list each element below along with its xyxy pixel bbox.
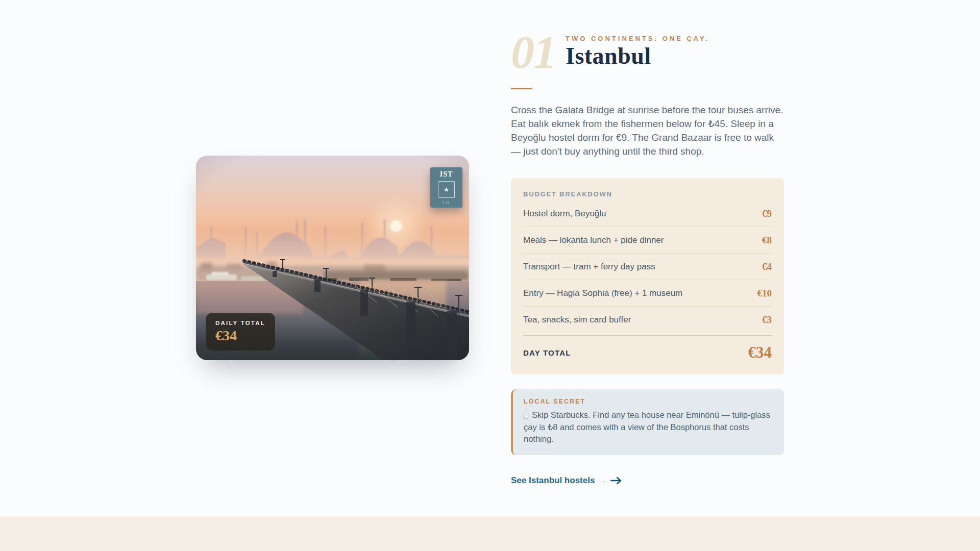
city-title-block: TWO CONTINENTS. ONE ÇAY. Istanbul xyxy=(566,31,709,68)
accent-divider xyxy=(511,88,532,89)
arrow-right-icon xyxy=(610,477,622,485)
see-hostels-link[interactable]: See Istanbul hostels → xyxy=(511,475,622,486)
city-kicker: TWO CONTINENTS. ONE ÇAY. xyxy=(566,35,709,42)
budget-item-price: €9 xyxy=(762,208,772,219)
local-secret-heading: LOCAL SECRET xyxy=(524,398,772,405)
local-secret-callout: LOCAL SECRET Skip Starbucks. Find any te… xyxy=(511,389,784,455)
content-container: IST ★ TR DAILY TOTAL €34 01 xyxy=(196,31,784,486)
stamp-city-code: IST xyxy=(440,170,453,179)
day-total-amount: €34 xyxy=(748,343,772,362)
page: IST ★ TR DAILY TOTAL €34 01 xyxy=(0,0,980,551)
budget-row: Hostel dorm, Beyoğlu €9 xyxy=(523,201,772,227)
daily-total-chip: DAILY TOTAL €34 xyxy=(206,313,275,350)
city-stamp-badge: IST ★ TR xyxy=(430,167,462,208)
budget-row: Tea, snacks, sim card buffer €3 xyxy=(523,307,772,333)
budget-item-price: €10 xyxy=(757,288,772,299)
local-secret-text: Skip Starbucks. Find any tea house near … xyxy=(524,409,772,445)
day-total-label: DAY TOTAL xyxy=(523,348,571,357)
city-description: Cross the Galata Bridge at sunrise befor… xyxy=(511,104,784,159)
budget-list: Hostel dorm, Beyoğlu €9 Meals — lokanta … xyxy=(523,201,772,333)
budget-item-price: €3 xyxy=(762,314,772,325)
see-hostels-link-label: See Istanbul hostels xyxy=(511,475,595,486)
budget-item-label: Tea, snacks, sim card buffer xyxy=(523,315,631,325)
city-photo-figure: IST ★ TR DAILY TOTAL €34 xyxy=(196,156,469,360)
budget-card-heading: BUDGET BREAKDOWN xyxy=(523,190,772,198)
budget-item-label: Hostel dorm, Beyoğlu xyxy=(523,209,606,219)
stamp-country-code: TR xyxy=(442,201,451,205)
missing-glyph-icon xyxy=(524,412,528,418)
daily-total-label: DAILY TOTAL xyxy=(215,320,265,326)
city-info-column: 01 TWO CONTINENTS. ONE ÇAY. Istanbul Cro… xyxy=(511,31,784,486)
budget-breakdown-card: BUDGET BREAKDOWN Hostel dorm, Beyoğlu €9… xyxy=(511,178,784,374)
day-total-row: DAY TOTAL €34 xyxy=(523,335,772,362)
daily-total-amount: €34 xyxy=(215,328,265,344)
budget-item-label: Entry — Hagia Sophia (free) + 1 museum xyxy=(523,288,682,298)
budget-item-label: Transport — tram + ferry day pass xyxy=(523,262,655,272)
footer-strip xyxy=(0,516,980,551)
city-section-istanbul: IST ★ TR DAILY TOTAL €34 01 xyxy=(0,0,980,516)
local-secret-text-body: Skip Starbucks. Find any tea house near … xyxy=(524,410,770,443)
budget-item-price: €8 xyxy=(762,235,772,246)
budget-item-label: Meals — lokanta lunch + pide dinner xyxy=(523,235,664,245)
city-header: 01 TWO CONTINENTS. ONE ÇAY. Istanbul xyxy=(511,31,784,74)
star-icon: ★ xyxy=(444,186,450,193)
city-index-number: 01 xyxy=(511,31,556,74)
budget-row: Transport — tram + ferry day pass €4 xyxy=(523,254,772,280)
small-arrow-glyph: → xyxy=(599,477,606,485)
stamp-frame: ★ xyxy=(438,181,455,198)
page-title: Istanbul xyxy=(566,44,709,68)
budget-row: Entry — Hagia Sophia (free) + 1 museum €… xyxy=(523,280,772,307)
budget-item-price: €4 xyxy=(762,261,772,272)
istanbul-photo: IST ★ TR DAILY TOTAL €34 xyxy=(196,156,469,360)
budget-row: Meals — lokanta lunch + pide dinner €8 xyxy=(523,227,772,254)
